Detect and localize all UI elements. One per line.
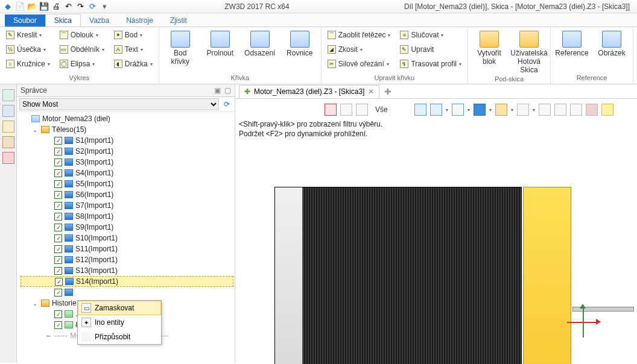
image-button[interactable]: Obrázek [594, 28, 629, 57]
close-tab-icon[interactable]: ✕ [368, 87, 374, 96]
checkbox-icon[interactable]: ✓ [54, 245, 62, 253]
create-block-button[interactable]: Vytvořit blok [472, 28, 507, 66]
checkbox-icon[interactable]: ✓ [54, 191, 62, 199]
solid-icon [65, 278, 74, 285]
tree-folder-teleso[interactable]: ⌄Těleso(15) [21, 124, 233, 135]
edit-button[interactable]: ✎Upravit [398, 43, 464, 56]
user-sketch-button[interactable]: Uživatelská Hotová Skica [512, 28, 547, 74]
line-button[interactable]: ½Úsečka▾ [4, 43, 52, 56]
checkbox-icon[interactable]: ✓ [54, 158, 62, 166]
power-trim-button[interactable]: ✂Silové ořezání▾ [325, 57, 393, 71]
qat-undo-icon[interactable]: ↶ [63, 1, 74, 12]
circle-icon: ○ [6, 60, 14, 68]
viewport[interactable] [274, 102, 633, 359]
equation-button[interactable]: Rovnice [282, 28, 317, 57]
solid-icon [65, 158, 73, 166]
circle-button[interactable]: ○Kružnice▾ [4, 57, 52, 71]
qat-new-icon[interactable]: 📄 [14, 1, 25, 12]
filter-apply-icon[interactable]: ⟳ [221, 100, 232, 108]
tab-file[interactable]: Soubor [5, 14, 45, 27]
context-item-mask[interactable]: ▭Zamaskovat [78, 301, 161, 315]
close-icon[interactable]: ▢ [224, 86, 231, 95]
context-item-ino[interactable]: ✦Ino entity [78, 315, 161, 330]
axis-triad [567, 306, 598, 337]
tree-item-shape[interactable]: ✓S14(Import1) [21, 276, 233, 287]
checkbox-icon[interactable]: ✓ [54, 169, 62, 177]
blend-icon [211, 31, 230, 48]
checkbox-icon[interactable]: ✓ [54, 202, 62, 210]
tree-item-shape[interactable]: ✓S1(Import1) [21, 135, 233, 146]
tree-item-shape[interactable]: ✓S11(Import1) [21, 243, 233, 254]
chamfer-button[interactable]: ◢Zkosit▾ [325, 43, 393, 56]
rectangle-button[interactable]: ▭Obdélník▾ [57, 43, 107, 56]
qat-refresh-icon[interactable]: ⟳ [87, 1, 98, 12]
document-tab[interactable]: ✚ Motor_Nema23 (diel).Z3 - [Skica3] ✕ [239, 85, 379, 98]
user-mode-icon[interactable] [2, 152, 14, 164]
part-mode-icon[interactable] [2, 89, 14, 101]
curve-point-button[interactable]: Bod křivky [163, 28, 198, 66]
checkbox-icon[interactable]: ✓ [54, 180, 62, 188]
trace-profile-button[interactable]: ↯Trasovat profil▾ [398, 57, 464, 71]
tree-item-shape[interactable]: ✓ [21, 287, 233, 298]
merge-button[interactable]: ≡Slučovat▾ [398, 28, 464, 42]
checkbox-icon[interactable]: ✓ [54, 148, 62, 155]
checkbox-icon[interactable]: ✓ [54, 321, 62, 329]
tab-skica[interactable]: Skica [45, 14, 81, 27]
checkbox-icon[interactable]: ✓ [54, 256, 62, 264]
tree-item-shape[interactable]: ✓S10(Import1) [21, 233, 233, 243]
reference-button[interactable]: Reference [554, 28, 589, 57]
tree-item-shape[interactable]: ✓S12(Import1) [21, 254, 233, 265]
tree-item-shape[interactable]: ✓S3(Import1) [21, 157, 233, 168]
fillet-chain-button[interactable]: ⌒Zaoblit řetězec▾ [325, 28, 393, 42]
tree-item-shape[interactable]: ✓S8(Import1) [21, 211, 233, 222]
qat-open-icon[interactable]: 📂 [27, 1, 37, 12]
checkbox-icon[interactable]: ✓ [54, 289, 62, 297]
user-sketch-icon [519, 31, 539, 48]
tree-item-shape[interactable]: ✓S9(Import1) [21, 222, 233, 233]
render-mode-icon[interactable] [2, 136, 14, 148]
tab-zjistit[interactable]: Zjistit [162, 14, 195, 27]
slot-button[interactable]: ◖Drážka▾ [112, 57, 155, 71]
chamfer-icon: ◢ [328, 45, 336, 54]
ellipse-button[interactable]: ◯Elipsa▾ [57, 57, 107, 71]
arc-button[interactable]: ⌒Oblouk▾ [57, 28, 107, 42]
feature-tree[interactable]: Motor_Nema23 (diel) ⌄Těleso(15) ✓S1(Impo… [17, 112, 235, 363]
blend-button[interactable]: Prolnout [203, 28, 238, 57]
point-button[interactable]: ✦Bod▾ [112, 28, 155, 42]
ribbon: ✎Kreslit▾ ½Úsečka▾ ○Kružnice▾ ⌒Oblouk▾ ▭… [0, 27, 637, 84]
draw-button[interactable]: ✎Kreslit▾ [4, 28, 52, 42]
checkbox-icon[interactable]: ✓ [54, 234, 62, 242]
ribbon-group-label: Výkres [4, 73, 155, 83]
assembly-mode-icon[interactable] [2, 105, 14, 117]
tree-item-shape[interactable]: ✓S4(Import1) [21, 168, 233, 178]
tab-nastroje[interactable]: Nástroje [118, 14, 162, 27]
ribbon-group-pole: Pole [633, 27, 637, 84]
add-tab-icon[interactable]: ✚ [384, 87, 391, 96]
qat-more-icon[interactable]: ▾ [99, 1, 110, 12]
text-button[interactable]: AText▾ [112, 43, 155, 56]
offset-button[interactable]: Odsazení [242, 28, 277, 57]
box-mode-icon[interactable] [2, 121, 14, 133]
qat-redo-icon[interactable]: ↷ [75, 1, 86, 12]
tree-item-shape[interactable]: ✓S6(Import1) [21, 189, 233, 200]
checkbox-icon[interactable]: ✓ [54, 213, 62, 221]
tree-root[interactable]: Motor_Nema23 (diel) [21, 113, 233, 124]
model-body [274, 187, 522, 364]
filter-select[interactable]: Show Most [19, 98, 219, 110]
tree-item-shape[interactable]: ✓S7(Import1) [21, 200, 233, 211]
ribbon-group-upravit: ⌒Zaoblit řetězec▾ ◢Zkosit▾ ✂Silové ořezá… [322, 27, 468, 84]
ribbon-group-label: Křivka [163, 73, 317, 83]
restore-icon[interactable]: ▣ [214, 86, 221, 95]
checkbox-icon[interactable]: ✓ [54, 224, 62, 231]
checkbox-icon[interactable]: ✓ [54, 310, 62, 318]
tab-vazba[interactable]: Vazba [81, 14, 118, 27]
checkbox-icon[interactable]: ✓ [54, 137, 62, 145]
tree-item-shape[interactable]: ✓S13(Import1) [21, 265, 233, 276]
context-item-fit[interactable]: Přizpůsobit [78, 330, 161, 344]
checkbox-icon[interactable]: ✓ [54, 267, 62, 275]
qat-print-icon[interactable]: 🖨 [51, 1, 62, 12]
checkbox-icon[interactable]: ✓ [55, 278, 63, 286]
qat-save-icon[interactable]: 💾 [39, 1, 49, 12]
tree-item-shape[interactable]: ✓S2(Import1) [21, 146, 233, 157]
tree-item-shape[interactable]: ✓S5(Import1) [21, 178, 233, 189]
